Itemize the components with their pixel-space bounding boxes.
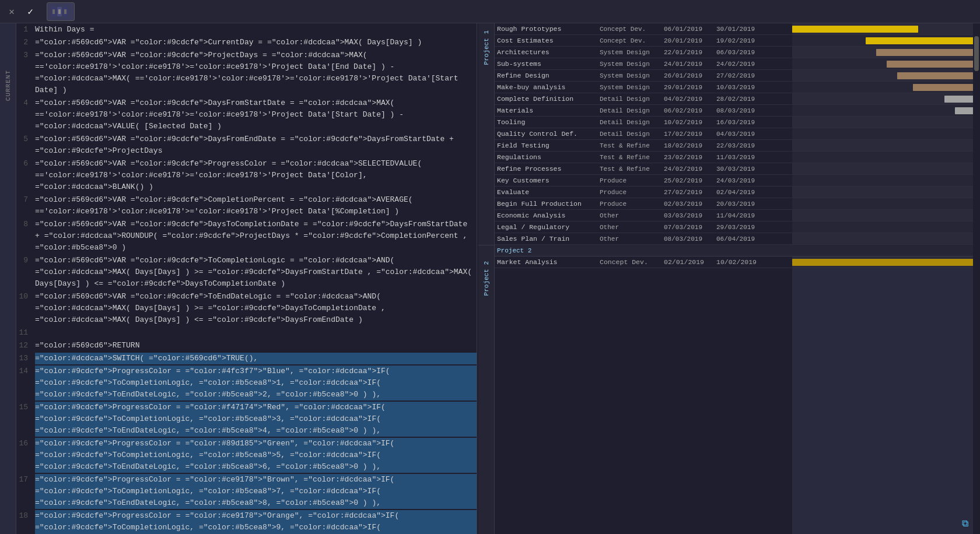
code-line-12: 12="color:#569cd6">RETURN <box>16 339 477 352</box>
code-line-16: 16 ="color:#9cdcfe">ProgressColor = ="co… <box>16 437 477 473</box>
line-content[interactable]: ="color:#569cd6">VAR ="color:#9cdcfe">Da… <box>35 134 477 157</box>
line-content[interactable]: ="color:#569cd6">VAR ="color:#9cdcfe">Pr… <box>35 50 477 96</box>
bar-row <box>792 198 980 210</box>
line-content[interactable]: ="color:#569cd6">RETURN <box>35 340 477 352</box>
start-cell: 20/01/2019 <box>664 37 716 44</box>
line-content[interactable]: Within Days = <box>35 24 477 36</box>
bar-row <box>792 140 980 152</box>
code-line-3: 3="color:#569cd6">VAR ="color:#9cdcfe">P… <box>16 49 477 97</box>
p2-cell-start: 02/01/2019 <box>664 258 716 266</box>
start-cell: 23/02/2019 <box>664 154 716 161</box>
code-line-5: 5="color:#569cd6">VAR ="color:#9cdcfe">D… <box>16 133 477 157</box>
code-line-17: 17 ="color:#9cdcfe">ProgressColor = ="co… <box>16 473 477 510</box>
bar-completed <box>876 49 980 56</box>
gantt-table-row: Refine DesignSystem Design26/01/201927/0… <box>495 70 792 82</box>
bar-row <box>792 152 980 163</box>
project2-bar <box>792 259 980 266</box>
task-name-cell: Make-buy analysis <box>495 83 600 91</box>
task-name-cell: Legal / Regulatory <box>495 223 600 231</box>
scrollbar-thumb[interactable] <box>974 36 979 71</box>
line-number: 12 <box>16 340 35 352</box>
start-cell: 07/03/2019 <box>664 224 716 231</box>
data-area: Rough PrototypesConcept Dev.06/01/201930… <box>495 23 980 534</box>
end-cell: 30/01/2019 <box>716 26 769 33</box>
line-content[interactable]: ="color:#569cd6">VAR ="color:#9cdcfe">To… <box>35 291 477 326</box>
project2-label: Project 2 <box>482 259 491 298</box>
line-content[interactable]: ="color:#569cd6">VAR ="color:#9cdcfe">Co… <box>35 194 477 217</box>
start-cell: 02/03/2019 <box>664 201 716 208</box>
start-cell: 03/03/2019 <box>664 212 716 219</box>
bar-row <box>792 58 980 70</box>
line-number: 4 <box>16 97 35 132</box>
end-cell: 16/03/2019 <box>716 119 769 126</box>
left-side: CURRENT 1Within Days =2="color:#569cd6">… <box>0 23 478 534</box>
bar-row <box>792 117 980 128</box>
line-number: 8 <box>16 219 35 254</box>
line-content[interactable]: ="color:#9cdcfe">ProgressColor = ="color… <box>35 366 477 400</box>
task-name-cell: Economic Analysis <box>495 212 600 219</box>
gantt-table-row: Sub-systemsSystem Design24/01/201924/02/… <box>495 58 792 70</box>
phase-cell: System Design <box>600 61 664 68</box>
code-line-2: 2="color:#569cd6">VAR ="color:#9cdcfe">C… <box>16 36 477 49</box>
line-content[interactable]: ="color:#569cd6">VAR ="color:#9cdcfe">Cu… <box>35 37 477 48</box>
line-number: 16 <box>16 438 35 473</box>
gantt-table-row: Quality Control Def.Detail Design17/02/2… <box>495 128 792 140</box>
line-content[interactable]: ="color:#dcdcaa">SWITCH( ="color:#569cd6… <box>35 353 477 364</box>
line-content[interactable]: ="color:#569cd6">VAR ="color:#9cdcfe">To… <box>35 255 477 290</box>
task-name-cell: Sub-systems <box>495 60 600 68</box>
phase-cell: Produce <box>600 177 664 184</box>
svg-rect-5 <box>64 9 66 14</box>
project2-bar-row <box>792 257 980 268</box>
end-cell: 24/02/2019 <box>716 61 769 68</box>
bar-completed <box>866 37 980 44</box>
bar-row <box>792 47 980 58</box>
code-line-8: 8="color:#569cd6">VAR ="color:#9cdcfe">D… <box>16 218 477 254</box>
line-content[interactable]: ="color:#569cd6">VAR ="color:#9cdcfe">Da… <box>35 219 477 254</box>
end-cell: 11/04/2019 <box>716 212 769 219</box>
start-cell: 04/02/2019 <box>664 96 716 103</box>
line-content[interactable]: ="color:#569cd6">VAR ="color:#9cdcfe">Da… <box>35 97 477 132</box>
line-content[interactable]: ="color:#9cdcfe">ProgressColor = ="color… <box>35 510 477 534</box>
gantt-table-row: EvaluateProduce27/02/201902/04/2019 <box>495 187 792 198</box>
split-view: CURRENT 1Within Days =2="color:#569cd6">… <box>0 23 980 534</box>
bar-completed <box>897 72 980 79</box>
code-line-15: 15 ="color:#9cdcfe">ProgressColor = ="co… <box>16 401 477 437</box>
line-number: 1 <box>16 24 35 36</box>
close-icon[interactable]: ✕ <box>5 5 19 19</box>
right-side: Project 1 Project 2 Rough PrototypesConc… <box>478 23 980 534</box>
scrollbar-track[interactable] <box>973 23 980 534</box>
start-cell: 06/01/2019 <box>664 26 716 33</box>
line-number: 15 <box>16 402 35 437</box>
end-cell: 06/03/2019 <box>716 49 769 56</box>
formula-bar-icon <box>47 2 75 21</box>
p2-cell-end: 10/02/2019 <box>716 258 769 266</box>
line-content[interactable]: ="color:#569cd6">VAR ="color:#9cdcfe">Pr… <box>35 158 477 193</box>
code-line-4: 4="color:#569cd6">VAR ="color:#9cdcfe">D… <box>16 97 477 133</box>
bar-completed <box>913 84 980 91</box>
end-cell: 28/02/2019 <box>716 96 769 103</box>
code-line-9: 9="color:#569cd6">VAR ="color:#9cdcfe">T… <box>16 254 477 290</box>
end-cell: 11/03/2019 <box>716 154 769 161</box>
project2-separator-label: Project 2 <box>497 247 531 254</box>
line-number: 11 <box>16 327 35 339</box>
code-line-14: 14 ="color:#9cdcfe">ProgressColor = ="co… <box>16 365 477 401</box>
line-content[interactable]: ="color:#9cdcfe">ProgressColor = ="color… <box>35 438 477 473</box>
line-content[interactable]: ="color:#9cdcfe">ProgressColor = ="color… <box>35 474 477 509</box>
line-number: 13 <box>16 353 35 364</box>
line-content[interactable]: ="color:#9cdcfe">ProgressColor = ="color… <box>35 402 477 437</box>
gantt-table-row: Field TestingTest & Refine18/02/201922/0… <box>495 140 792 152</box>
line-content[interactable] <box>35 327 477 339</box>
start-cell: 27/02/2019 <box>664 189 716 196</box>
bar-row <box>792 82 980 93</box>
nav-icon[interactable]: ⧉ <box>962 518 968 529</box>
task-name-cell: Tooling <box>495 118 600 126</box>
bar-row <box>792 233 980 245</box>
gantt-table-row: MaterialsDetail Design06/02/201908/03/20… <box>495 105 792 117</box>
end-cell: 22/03/2019 <box>716 142 769 149</box>
line-number: 5 <box>16 134 35 157</box>
task-name-cell: Regulations <box>495 153 600 161</box>
end-cell: 06/04/2019 <box>716 236 769 243</box>
line-number: 18 <box>16 510 35 534</box>
check-icon[interactable]: ✓ <box>23 5 37 19</box>
code-panel[interactable]: 1Within Days =2="color:#569cd6">VAR ="co… <box>16 23 477 534</box>
